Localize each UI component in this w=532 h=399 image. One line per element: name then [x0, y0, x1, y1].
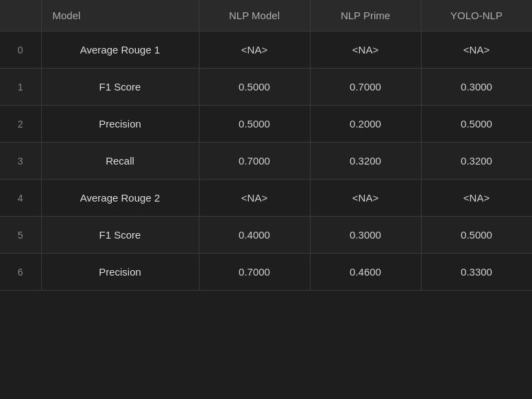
header-yolo-nlp: YOLO-NLP	[421, 0, 532, 32]
cell-yolo-nlp: <NA>	[421, 180, 532, 217]
cell-index: 1	[0, 69, 41, 106]
cell-nlp-model: 0.7000	[199, 254, 310, 291]
cell-index: 0	[0, 32, 41, 69]
cell-nlp-model: <NA>	[199, 32, 310, 69]
table-row: 1F1 Score0.50000.70000.3000	[0, 69, 532, 106]
cell-model: Recall	[41, 143, 199, 180]
cell-nlp-prime: <NA>	[310, 32, 421, 69]
cell-nlp-model: <NA>	[199, 180, 310, 217]
cell-nlp-prime: <NA>	[310, 180, 421, 217]
cell-nlp-model: 0.5000	[199, 106, 310, 143]
cell-yolo-nlp: 0.3000	[421, 69, 532, 106]
cell-yolo-nlp: 0.3300	[421, 254, 532, 291]
table-row: 5F1 Score0.40000.30000.5000	[0, 217, 532, 254]
cell-model: F1 Score	[41, 69, 199, 106]
cell-nlp-prime: 0.3000	[310, 217, 421, 254]
cell-index: 5	[0, 217, 41, 254]
cell-model: Average Rouge 1	[41, 32, 199, 69]
cell-nlp-model: 0.4000	[199, 217, 310, 254]
cell-yolo-nlp: 0.5000	[421, 217, 532, 254]
cell-nlp-prime: 0.2000	[310, 106, 421, 143]
table-row: 0Average Rouge 1<NA><NA><NA>	[0, 32, 532, 69]
cell-nlp-prime: 0.7000	[310, 69, 421, 106]
table-row: 2Precision0.50000.20000.5000	[0, 106, 532, 143]
cell-yolo-nlp: 0.5000	[421, 106, 532, 143]
header-nlp-prime: NLP Prime	[310, 0, 421, 32]
cell-model: Precision	[41, 254, 199, 291]
cell-yolo-nlp: <NA>	[421, 32, 532, 69]
cell-nlp-prime: 0.3200	[310, 143, 421, 180]
cell-index: 2	[0, 106, 41, 143]
table-row: 6Precision0.70000.46000.3300	[0, 254, 532, 291]
data-table: Model NLP Model NLP Prime YOLO-NLP 0Aver…	[0, 0, 532, 291]
cell-index: 4	[0, 180, 41, 217]
header-index	[0, 0, 41, 32]
table-row: 3Recall0.70000.32000.3200	[0, 143, 532, 180]
cell-yolo-nlp: 0.3200	[421, 143, 532, 180]
cell-nlp-model: 0.5000	[199, 69, 310, 106]
cell-index: 6	[0, 254, 41, 291]
cell-model: Average Rouge 2	[41, 180, 199, 217]
cell-nlp-model: 0.7000	[199, 143, 310, 180]
cell-nlp-prime: 0.4600	[310, 254, 421, 291]
header-nlp-model: NLP Model	[199, 0, 310, 32]
cell-model: Precision	[41, 106, 199, 143]
cell-model: F1 Score	[41, 217, 199, 254]
cell-index: 3	[0, 143, 41, 180]
table-header-row: Model NLP Model NLP Prime YOLO-NLP	[0, 0, 532, 32]
table-container: Model NLP Model NLP Prime YOLO-NLP 0Aver…	[0, 0, 532, 399]
table-body: 0Average Rouge 1<NA><NA><NA>1F1 Score0.5…	[0, 32, 532, 291]
header-model: Model	[41, 0, 199, 32]
table-row: 4Average Rouge 2<NA><NA><NA>	[0, 180, 532, 217]
